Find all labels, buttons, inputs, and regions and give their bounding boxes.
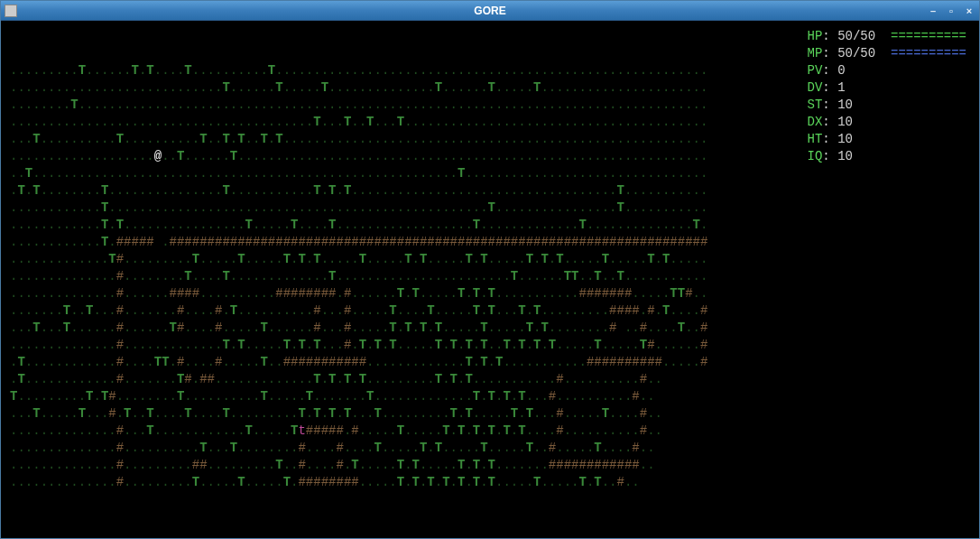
map-row: ...T...T......#......T#....#.....T......… xyxy=(10,320,970,337)
window-controls: – ▫ × xyxy=(927,5,975,17)
window-title: GORE xyxy=(474,5,505,17)
map-row: .T............#....TT.#....#.....T..####… xyxy=(10,354,970,371)
map-row: ..............#......####..........#####… xyxy=(10,285,970,302)
map-row: ...T.....T...#.T..T....T....T.........T.… xyxy=(10,405,970,423)
map-row: .T.T........T...............T...........… xyxy=(10,182,970,200)
map-row: .T............#.......T#.##.............… xyxy=(10,371,970,388)
map-row: ..............#........T....T...........… xyxy=(10,268,970,285)
game-viewport[interactable]: .........T......T.T....T..........T.....… xyxy=(1,21,979,538)
map-row: .............T#.........T.....T.....T.T.… xyxy=(10,251,970,268)
map-row: ..............#...T............T.....Tt#… xyxy=(10,423,970,440)
map-row: ..............#.........T.....T.....T.##… xyxy=(10,474,970,491)
stat-row: IQ: 10 xyxy=(808,148,966,165)
stat-row: DV: 1 xyxy=(808,79,966,97)
stat-row: PV: 0 xyxy=(808,62,966,79)
map-row: ..............#.............T.T.....T.T.… xyxy=(10,337,970,354)
stat-row: ST: 10 xyxy=(808,97,966,114)
close-button[interactable]: × xyxy=(963,5,975,17)
map-row: ............T.##### .###################… xyxy=(10,234,970,251)
app-window: GORE – ▫ × .........T......T.T....T.....… xyxy=(0,0,980,539)
app-icon xyxy=(5,5,17,17)
titlebar[interactable]: GORE – ▫ × xyxy=(1,1,979,21)
map-row: ............T...........................… xyxy=(10,200,970,217)
map-row: T.........T.T#........T..........T.....T… xyxy=(10,388,970,405)
maximize-button[interactable]: ▫ xyxy=(945,5,957,17)
stat-row: HP: 50/50 ========== xyxy=(808,28,966,45)
stat-row: DX: 10 xyxy=(808,114,966,131)
stat-row: MP: 50/50 ========== xyxy=(808,45,966,62)
minimize-button[interactable]: – xyxy=(927,5,939,17)
map-row: ..............#..........T...T........#.… xyxy=(10,440,970,457)
map-row: ..T.....................................… xyxy=(10,165,970,182)
npc-glyph: t xyxy=(298,423,305,438)
stats-panel: HP: 50/50 ==========MP: 50/50 ==========… xyxy=(808,28,966,165)
stat-row: HT: 10 xyxy=(808,131,966,148)
player-glyph: @ xyxy=(154,149,162,163)
map-row: ............T.T................T.....T..… xyxy=(10,217,970,234)
map-row: .......T..T...#.......#....#.T..........… xyxy=(10,302,970,320)
map-row: ..............#.........##.........T..#.… xyxy=(10,457,970,474)
